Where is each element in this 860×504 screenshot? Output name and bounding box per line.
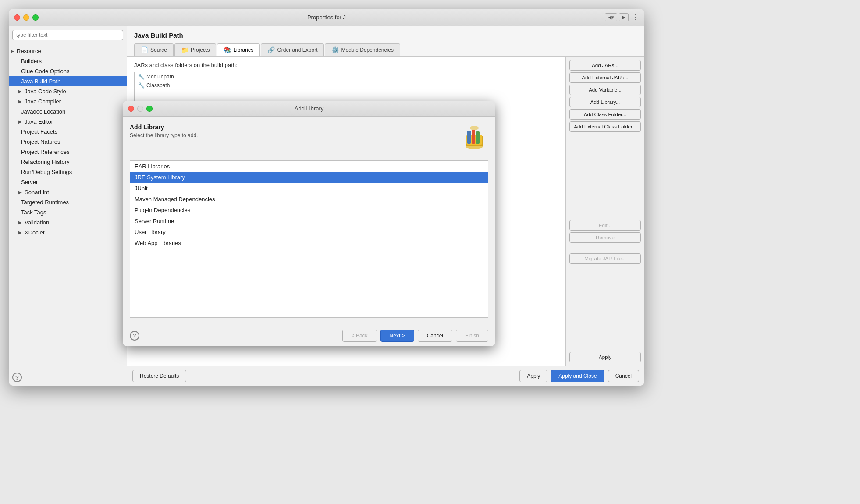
sidebar-item-project-natures[interactable]: Project Natures [9, 137, 127, 147]
library-item-junit[interactable]: JUnit [130, 183, 488, 194]
dialog-titlebar: Add Library [123, 101, 495, 117]
forward-nav-button[interactable]: ▶ [619, 13, 629, 21]
library-item-plugin[interactable]: Plug-in Dependencies [130, 205, 488, 216]
library-item-user[interactable]: User Library [130, 227, 488, 238]
tab-libraries-label: Libraries [233, 47, 253, 53]
sidebar-item-java-build-path[interactable]: Java Build Path [9, 76, 127, 86]
edit-button[interactable]: Edit... [569, 220, 641, 231]
sidebar-item-java-code-style[interactable]: ▶ Java Code Style [9, 86, 127, 96]
dialog-close-button[interactable] [128, 106, 134, 112]
sidebar-item-label: Targeted Runtimes [21, 199, 69, 206]
add-external-class-folder-button[interactable]: Add External Class Folder... [569, 121, 641, 132]
traffic-lights [14, 14, 39, 21]
dialog-footer-right: < Back Next > Cancel Finish [342, 330, 488, 342]
sidebar-item-sonarlint[interactable]: ▶ SonarLint [9, 187, 127, 197]
sidebar-item-server[interactable]: Server [9, 177, 127, 187]
sidebar-item-label: Task Tags [21, 209, 46, 216]
bottom-bar: Restore Defaults Apply Apply and Close C… [127, 366, 644, 386]
library-item-maven[interactable]: Maven Managed Dependencies [130, 194, 488, 205]
sidebar-footer: ? [9, 369, 127, 386]
classpath-label-text: Classpath [146, 82, 170, 89]
next-button[interactable]: Next > [380, 330, 414, 342]
sidebar: ▶ Resource Builders Glue Code Options Ja… [9, 26, 127, 386]
add-variable-button[interactable]: Add Variable... [569, 85, 641, 95]
tab-projects-label: Projects [191, 47, 210, 53]
tab-source[interactable]: 📄 Source [134, 43, 174, 56]
sidebar-item-run-debug-settings[interactable]: Run/Debug Settings [9, 167, 127, 177]
library-item-ear[interactable]: EAR Libraries [130, 161, 488, 172]
sidebar-item-xdoclet[interactable]: ▶ XDoclet [9, 227, 127, 238]
libraries-tab-icon: 📚 [224, 46, 231, 53]
sidebar-item-refactoring-history[interactable]: Refactoring History [9, 157, 127, 167]
sidebar-item-label: Javadoc Location [21, 108, 65, 115]
back-button[interactable]: < Back [342, 330, 377, 342]
dialog-help-icon[interactable]: ? [130, 331, 139, 341]
sidebar-item-label: Java Build Path [21, 78, 60, 85]
dialog-body: Add Library Select the library type to a… [123, 117, 495, 325]
tree-item-modulepath[interactable]: 🔧 Modulepath [135, 72, 558, 81]
sidebar-item-java-editor[interactable]: ▶ Java Editor [9, 117, 127, 127]
dialog-title: Add Library [295, 105, 323, 112]
sidebar-item-project-facets[interactable]: Project Facets [9, 127, 127, 137]
minimize-button[interactable] [23, 14, 29, 21]
dialog-header-title: Add Library [130, 124, 198, 131]
migrate-jar-button[interactable]: Migrate JAR File... [569, 253, 641, 264]
sidebar-item-label: XDoclet [25, 229, 45, 236]
sidebar-item-builders[interactable]: Builders [9, 56, 127, 66]
restore-defaults-button[interactable]: Restore Defaults [132, 370, 186, 382]
close-button[interactable] [14, 14, 20, 21]
add-library-button[interactable]: Add Library... [569, 97, 641, 107]
apply-button[interactable]: Apply [569, 352, 641, 362]
apply-button-bottom[interactable]: Apply [519, 370, 547, 382]
maximize-button[interactable] [32, 14, 39, 21]
sidebar-filter [9, 26, 127, 44]
library-item-jre[interactable]: JRE System Library [130, 172, 488, 183]
tree-item-classpath[interactable]: 🔧 Classpath [135, 81, 558, 90]
add-class-folder-button[interactable]: Add Class Folder... [569, 109, 641, 120]
sidebar-item-task-tags[interactable]: Task Tags [9, 207, 127, 217]
library-item-server-runtime[interactable]: Server Runtime [130, 216, 488, 227]
sidebar-item-label: Run/Debug Settings [21, 169, 72, 175]
tab-order-export[interactable]: 🔗 Order and Export [261, 43, 324, 56]
dialog-header-section: Add Library Select the library type to a… [130, 124, 488, 155]
menu-dots-button[interactable]: ⋮ [632, 13, 639, 21]
sidebar-item-resource[interactable]: ▶ Resource [9, 46, 127, 56]
modulepath-label: Modulepath [146, 74, 174, 80]
content-header: Java Build Path 📄 Source 📁 Projects 📚 Li… [127, 26, 644, 57]
dialog-traffic-lights [128, 106, 153, 112]
svg-rect-3 [467, 131, 471, 144]
arrow-icon: ▶ [18, 99, 22, 104]
svg-rect-5 [476, 131, 480, 144]
module-dep-tab-icon: ⚙️ [331, 46, 339, 53]
sidebar-item-glue-code-options[interactable]: Glue Code Options [9, 66, 127, 76]
sidebar-item-javadoc-location[interactable]: Javadoc Location [9, 106, 127, 117]
sidebar-item-java-compiler[interactable]: ▶ Java Compiler [9, 96, 127, 106]
back-nav-button[interactable]: ◀▾ [605, 13, 617, 21]
tab-module-dependencies[interactable]: ⚙️ Module Dependencies [325, 43, 400, 56]
filter-input[interactable] [12, 30, 123, 40]
library-list: EAR Libraries JRE System Library JUnit M… [130, 160, 488, 318]
tab-projects[interactable]: 📁 Projects [174, 43, 216, 56]
classpath-label: JARs and class folders on the build path… [134, 62, 558, 68]
title-bar-actions: ◀▾ ▶ ⋮ [605, 13, 639, 21]
library-icon [460, 124, 488, 155]
sidebar-item-targeted-runtimes[interactable]: Targeted Runtimes [9, 197, 127, 207]
help-icon[interactable]: ? [12, 373, 22, 382]
cancel-button[interactable]: Cancel [608, 370, 639, 382]
add-library-dialog: Add Library Add Library Select the libra… [123, 101, 495, 346]
dialog-maximize-button[interactable] [146, 106, 153, 112]
library-item-webapp[interactable]: Web App Libraries [130, 238, 488, 248]
sidebar-item-validation[interactable]: ▶ Validation [9, 217, 127, 227]
dialog-minimize-button[interactable] [137, 106, 143, 112]
cancel-dialog-button[interactable]: Cancel [418, 330, 452, 342]
sidebar-item-label: Glue Code Options [21, 68, 70, 75]
apply-close-button[interactable]: Apply and Close [551, 370, 604, 382]
tab-libraries[interactable]: 📚 Libraries [217, 43, 260, 56]
sidebar-item-project-references[interactable]: Project References [9, 147, 127, 157]
sidebar-list: ▶ Resource Builders Glue Code Options Ja… [9, 44, 127, 369]
add-external-jars-button[interactable]: Add External JARs... [569, 72, 641, 83]
finish-button[interactable]: Finish [456, 330, 488, 342]
dialog-header-text: Add Library Select the library type to a… [130, 124, 198, 138]
add-jars-button[interactable]: Add JARs... [569, 60, 641, 71]
remove-button[interactable]: Remove [569, 232, 641, 243]
